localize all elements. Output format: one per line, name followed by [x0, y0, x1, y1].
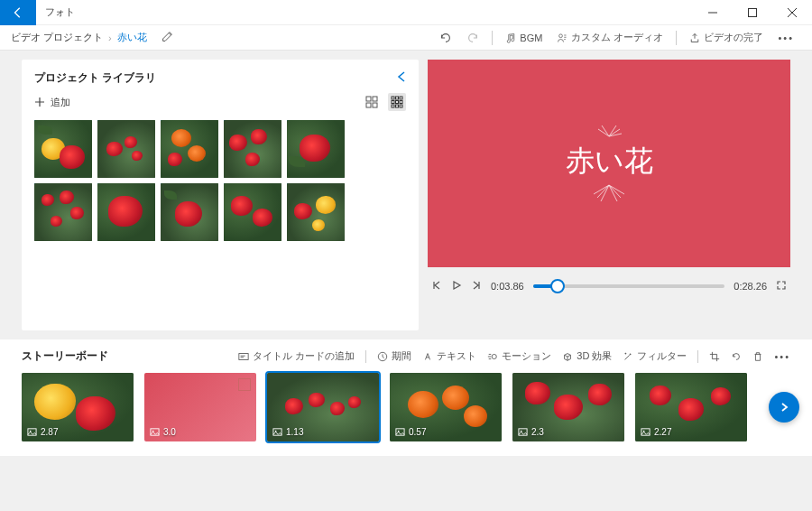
preview-panel: 赤い花 0:03.86 0:28.26 — [428, 60, 790, 330]
library-panel: プロジェクト ライブラリ 追加 — [22, 60, 419, 330]
redo-button[interactable] — [466, 32, 479, 44]
separator — [676, 31, 677, 45]
filter-button[interactable]: フィルター — [623, 349, 687, 363]
separator — [365, 350, 366, 363]
svg-rect-12 — [400, 101, 402, 104]
library-thumb[interactable] — [224, 120, 281, 178]
wand-icon — [623, 351, 633, 362]
svg-rect-23 — [151, 429, 159, 435]
play-button[interactable] — [451, 280, 462, 293]
chevron-left-icon — [397, 70, 406, 83]
scroll-right-button[interactable] — [769, 392, 799, 423]
next-frame-button[interactable] — [471, 280, 482, 293]
add-media-button[interactable]: 追加 — [34, 96, 70, 109]
3d-effects-button[interactable]: 3D 効果 — [562, 349, 612, 363]
undo-button[interactable] — [439, 32, 452, 44]
svg-rect-3 — [366, 97, 371, 101]
text-button[interactable]: テキスト — [422, 349, 476, 363]
svg-rect-27 — [396, 429, 404, 435]
library-thumb[interactable] — [161, 183, 218, 241]
close-button[interactable] — [772, 0, 812, 25]
seek-bar[interactable] — [533, 284, 725, 288]
library-thumb[interactable] — [224, 183, 281, 241]
svg-rect-14 — [396, 105, 399, 107]
library-thumb[interactable] — [97, 183, 155, 241]
maximize-button[interactable] — [733, 0, 772, 25]
filter-label: フィルター — [637, 349, 687, 363]
finish-label: ビデオの完了 — [704, 31, 763, 44]
clip-duration: 2.27 — [654, 427, 671, 437]
view-large-grid-button[interactable] — [363, 93, 381, 111]
storyboard-clip[interactable]: 0.57 — [390, 373, 502, 441]
rotate-icon — [731, 351, 742, 362]
crop-button[interactable] — [709, 351, 720, 362]
svg-rect-16 — [239, 353, 248, 359]
view-small-grid-button[interactable] — [388, 93, 406, 111]
clip-duration: 0.57 — [409, 427, 426, 437]
title-card-label: タイトル カードの追加 — [253, 349, 355, 363]
add-title-card-button[interactable]: タイトル カードの追加 — [238, 349, 355, 363]
storyboard-section: ストーリーボード タイトル カードの追加 期間 テキスト モーション 3D 効果… — [0, 339, 812, 456]
storyboard-clip[interactable]: 2.3 — [512, 373, 624, 441]
main-area: プロジェクト ライブラリ 追加 — [0, 51, 812, 339]
svg-rect-21 — [28, 429, 36, 435]
prev-frame-button[interactable] — [431, 280, 442, 293]
library-thumb[interactable] — [97, 120, 155, 178]
clip-duration: 1.13 — [286, 427, 303, 437]
storyboard-clip[interactable]: 1.13 — [267, 373, 379, 441]
storyboard-clip[interactable]: 2.27 — [635, 373, 747, 441]
svg-rect-25 — [273, 429, 281, 435]
clip-duration: 2.87 — [41, 427, 58, 437]
edit-name-button[interactable] — [161, 31, 173, 44]
breadcrumb: ビデオ プロジェクト › 赤い花 — [11, 31, 173, 44]
image-icon — [641, 427, 651, 437]
plus-icon — [34, 97, 45, 107]
fullscreen-button[interactable] — [776, 280, 787, 293]
svg-point-20 — [492, 354, 496, 358]
duration-label: 期間 — [392, 349, 411, 363]
svg-rect-9 — [400, 97, 402, 99]
svg-point-2 — [559, 33, 563, 37]
bgm-button[interactable]: BGM — [505, 33, 542, 43]
chevron-right-icon — [778, 401, 790, 413]
motion-button[interactable]: モーション — [487, 349, 551, 363]
back-button[interactable] — [0, 0, 36, 25]
storyboard-header: ストーリーボード タイトル カードの追加 期間 テキスト モーション 3D 効果… — [22, 348, 790, 364]
text-label: テキスト — [437, 349, 476, 363]
preview-video[interactable]: 赤い花 — [428, 60, 790, 267]
storyboard-clips: 2.87 3.0 1.13 0.57 2.3 2.27 — [22, 373, 790, 441]
rotate-button[interactable] — [731, 351, 742, 362]
title-card-indicator-icon — [238, 378, 251, 391]
minimize-button[interactable] — [693, 0, 733, 25]
flourish-top-icon — [591, 120, 627, 142]
breadcrumb-root[interactable]: ビデオ プロジェクト — [11, 31, 103, 44]
finish-video-button[interactable]: ビデオの完了 — [689, 31, 763, 44]
delete-button[interactable] — [752, 351, 763, 362]
storyboard-clip[interactable]: 3.0 — [144, 373, 256, 441]
collapse-library-button[interactable] — [397, 70, 406, 86]
breadcrumb-current[interactable]: 赤い花 — [117, 31, 147, 44]
seek-thumb[interactable] — [550, 279, 565, 293]
library-thumb[interactable] — [34, 183, 92, 241]
more-button[interactable]: ••• — [778, 33, 794, 43]
app-title: フォト — [45, 5, 693, 19]
clip-duration: 2.3 — [531, 427, 544, 437]
duration-button[interactable]: 期間 — [377, 349, 411, 363]
library-thumb[interactable] — [287, 183, 345, 241]
storyboard-more-button[interactable]: ••• — [774, 351, 790, 362]
image-icon — [27, 427, 37, 437]
window-controls — [693, 0, 812, 25]
toolbar: ビデオ プロジェクト › 赤い花 BGM カスタム オーディオ ビデオの完了 •… — [0, 25, 812, 51]
separator — [492, 31, 493, 45]
library-thumb[interactable] — [34, 120, 92, 178]
library-thumb[interactable] — [287, 120, 345, 178]
svg-rect-11 — [396, 101, 399, 104]
total-time: 0:28.26 — [734, 281, 767, 292]
custom-audio-button[interactable]: カスタム オーディオ — [557, 31, 663, 44]
titlebar: フォト — [0, 0, 812, 25]
storyboard-clip[interactable]: 2.87 — [22, 373, 134, 441]
storyboard-title: ストーリーボード — [22, 348, 108, 364]
library-thumb[interactable] — [161, 120, 218, 178]
text-icon — [422, 351, 433, 362]
svg-rect-6 — [373, 103, 377, 107]
